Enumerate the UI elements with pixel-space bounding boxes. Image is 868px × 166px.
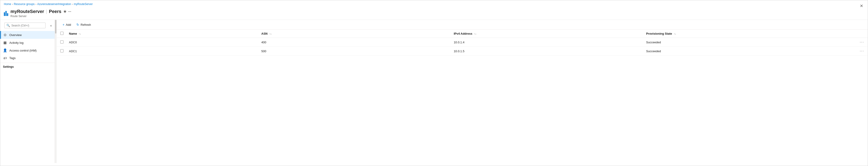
column-header-prov[interactable]: Provisioning State ↑↓ xyxy=(643,30,835,38)
search-input[interactable] xyxy=(11,24,43,27)
column-header-ipv4[interactable]: IPv4 Address ↑↓ xyxy=(450,30,643,38)
row-checkbox-0[interactable] xyxy=(60,40,63,44)
resource-subtitle: Route Server xyxy=(10,15,71,18)
column-header-asn[interactable]: ASN ↑↓ xyxy=(258,30,450,38)
row-asn-0: 400 xyxy=(258,38,450,47)
scroll-thumb xyxy=(55,20,56,33)
sidebar-item-label-access-control: Access control (IAM) xyxy=(9,49,37,52)
access-control-icon: 👤 xyxy=(3,48,7,52)
sidebar-item-label-tags: Tags xyxy=(9,56,16,60)
add-button[interactable]: + Add xyxy=(60,22,73,28)
sort-prov-icon: ↑↓ xyxy=(674,33,676,35)
search-row: 🔍 « xyxy=(0,20,55,31)
close-button[interactable]: ✕ xyxy=(860,4,863,8)
overview-icon: ⊙ xyxy=(3,33,7,37)
select-all-header[interactable] xyxy=(57,30,65,38)
sort-name-icon: ↑↓ xyxy=(79,33,81,35)
collapse-sidebar-button[interactable]: « xyxy=(49,23,53,28)
page-header: myRouteServer | Peers ★ ··· Route Server xyxy=(0,7,868,20)
content-area: + Add ↻ Refresh Name ↑↓ xyxy=(57,20,868,163)
breadcrumb-home[interactable]: Home xyxy=(4,2,11,6)
row-ipv4-0: 10.0.1.4 xyxy=(450,38,643,47)
refresh-label: Refresh xyxy=(81,23,91,26)
sidebar-scrollbar[interactable] xyxy=(55,20,57,163)
refresh-button[interactable]: ↻ Refresh xyxy=(74,22,93,28)
table-row: ADC1 500 10.0.1.5 Succeeded ··· xyxy=(57,47,868,56)
favorite-icon[interactable]: ★ xyxy=(63,9,66,14)
row-ipv4-1: 10.0.1.5 xyxy=(450,47,643,56)
row-prov-1: Succeeded xyxy=(643,47,835,56)
row-actions-1[interactable]: ··· xyxy=(835,47,868,56)
tags-icon: 🏷 xyxy=(3,56,7,60)
more-options-icon[interactable]: ··· xyxy=(68,9,71,14)
sidebar-item-activity-log[interactable]: ▦ Activity log xyxy=(0,39,55,47)
table-header-row: Name ↑↓ ASN ↑↓ IPv4 Address ↑↓ Provisi xyxy=(57,30,868,38)
sidebar-item-access-control[interactable]: 👤 Access control (IAM) xyxy=(0,47,55,54)
add-label: Add xyxy=(66,23,71,26)
breadcrumb-route-server[interactable]: myRouteServer xyxy=(74,2,93,6)
row-name-0: ADC0 xyxy=(65,38,258,47)
peers-table-container: Name ↑↓ ASN ↑↓ IPv4 Address ↑↓ Provisi xyxy=(57,30,868,163)
sidebar: 🔍 « ⊙ Overview ▦ Activity log 👤 Access c… xyxy=(0,20,55,163)
breadcrumb: Home › Resource groups › Azurerouteserve… xyxy=(0,0,868,7)
search-icon: 🔍 xyxy=(6,24,10,27)
breadcrumb-integration[interactable]: AzurerouteserverIntegration xyxy=(37,2,71,6)
refresh-icon: ↻ xyxy=(76,23,79,26)
sidebar-item-tags[interactable]: 🏷 Tags xyxy=(0,54,55,62)
row-checkbox-cell-1[interactable] xyxy=(57,47,65,56)
peers-table: Name ↑↓ ASN ↑↓ IPv4 Address ↑↓ Provisi xyxy=(57,30,868,56)
settings-section-header: Settings xyxy=(0,63,55,69)
sidebar-item-label-overview: Overview xyxy=(9,33,22,37)
row-checkbox-1[interactable] xyxy=(60,49,63,52)
row-prov-0: Succeeded xyxy=(643,38,835,47)
column-header-actions xyxy=(835,30,868,38)
activity-log-icon: ▦ xyxy=(3,40,7,45)
resource-icon xyxy=(4,11,8,16)
page-name: Peers xyxy=(49,9,61,14)
breadcrumb-resource-groups[interactable]: Resource groups xyxy=(14,2,35,6)
sidebar-item-overview[interactable]: ⊙ Overview xyxy=(0,31,55,39)
nav-items: ⊙ Overview ▦ Activity log 👤 Access contr… xyxy=(0,31,55,163)
select-all-checkbox[interactable] xyxy=(60,32,63,35)
sort-ipv4-icon: ↑↓ xyxy=(474,33,476,35)
row-checkbox-cell-0[interactable] xyxy=(57,38,65,47)
column-header-name[interactable]: Name ↑↓ xyxy=(65,30,258,38)
search-box[interactable]: 🔍 xyxy=(4,23,45,28)
table-row: ADC0 400 10.0.1.4 Succeeded ··· xyxy=(57,38,868,47)
row-asn-1: 500 xyxy=(258,47,450,56)
sort-asn-icon: ↑↓ xyxy=(269,33,272,35)
resource-name: myRouteServer xyxy=(10,9,44,14)
toolbar: + Add ↻ Refresh xyxy=(57,20,868,30)
row-name-1: ADC1 xyxy=(65,47,258,56)
sidebar-item-label-activity-log: Activity log xyxy=(9,41,24,45)
row-actions-0[interactable]: ··· xyxy=(835,38,868,47)
add-icon: + xyxy=(63,23,64,26)
